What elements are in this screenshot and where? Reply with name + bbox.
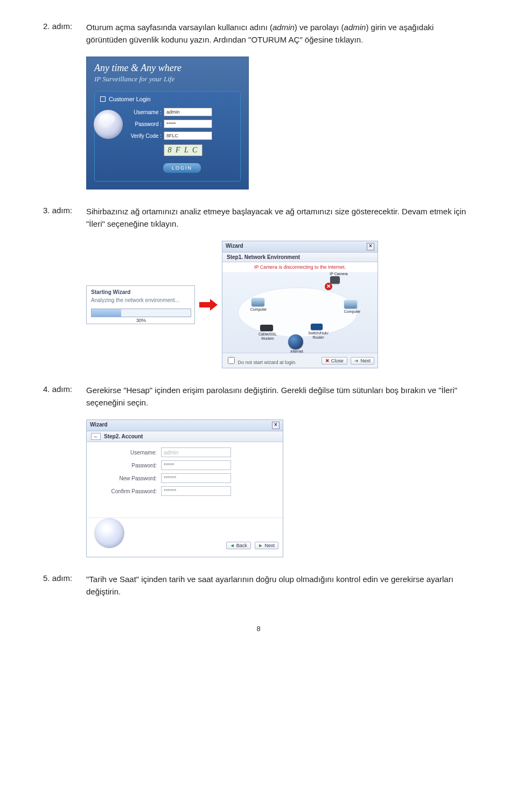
account-screenshot: Wizard × ← Step2. Account Username: Pass… [86, 419, 474, 557]
ip-camera-icon [330, 276, 340, 284]
back-button[interactable]: ◄Back [226, 542, 251, 549]
env-title: Wizard [226, 243, 243, 250]
account-row-password: Password: [92, 460, 277, 470]
error-x-icon: ✕ [325, 283, 332, 290]
step-2-text: Oturum açma sayfasında varsayılan kullan… [86, 22, 474, 46]
step-5-text: "Tarih ve Saat" içinden tarih ve saat ay… [86, 573, 474, 598]
account-next-button-label: Next [264, 543, 275, 548]
do-not-start-input[interactable] [228, 357, 235, 364]
step-2-admin1: admin [273, 23, 295, 32]
arrow-icon [199, 299, 218, 311]
step-4: 4. adım: Gerekirse "Hesap" içinden erişi… [43, 384, 474, 409]
starting-wizard-panel: Starting Wizard Analyzing the network en… [86, 285, 195, 324]
login-button[interactable]: LOGIN [163, 163, 201, 173]
network-diagram: ✕ IP Camera Computer Computer Cable/DSL … [222, 272, 378, 353]
account-username-input [161, 447, 231, 457]
login-row-verify: Verify Code : [129, 131, 235, 140]
account-row-confirm: Confirm Password: [92, 486, 277, 496]
password-input[interactable] [164, 120, 212, 128]
modem-icon [260, 325, 273, 331]
account-avatar-icon [94, 518, 124, 548]
password-label: Password : [129, 121, 162, 127]
step-2-text-part2: ) ve parolayı ( [295, 23, 344, 32]
step-4-label: 4. adım: [43, 384, 86, 394]
login-row-username: Username : [129, 108, 235, 116]
cloud-shape [239, 288, 357, 337]
account-next-button[interactable]: ►Next [255, 542, 278, 549]
step-3-text: Sihirbazınız ağ ortamınızı analiz etmeye… [86, 206, 474, 230]
back-arrow-icon[interactable]: ← [91, 433, 101, 440]
account-next-icon: ► [258, 543, 263, 548]
env-step-label: Step1. Network Environment [222, 253, 378, 262]
account-confirm-input[interactable] [161, 486, 231, 496]
account-buttons: ◄Back ►Next [224, 542, 278, 554]
username-input[interactable] [164, 108, 212, 116]
account-titlebar: Wizard × [87, 420, 283, 431]
next-btn-icon: ➔ [354, 358, 359, 363]
verify-input[interactable] [164, 131, 212, 140]
step-2-label: 2. adım: [43, 22, 86, 31]
close-button[interactable]: ✖Close [322, 357, 347, 365]
verify-label: Verify Code : [129, 133, 162, 139]
account-row-newpass: New Password: [92, 473, 277, 483]
progress-percent: 30% [92, 317, 191, 324]
account-body: Username: Password: New Password: Confir… [87, 442, 283, 496]
modem-label: Cable/DSL Modem [255, 332, 281, 341]
progress-fill [92, 309, 121, 317]
step-3: 3. adım: Sihirbazınız ağ ortamınızı anal… [43, 206, 474, 230]
page-number: 8 [43, 625, 474, 633]
account-username-label: Username: [92, 450, 157, 456]
avatar-icon [94, 110, 123, 139]
next-button-label: Next [360, 358, 371, 363]
login-box: Customer Login Username : Password : Ver… [94, 91, 241, 181]
analyzing-text: Analyzing the network environment... [91, 297, 190, 303]
account-confirm-label: Confirm Password: [92, 488, 157, 494]
wizard-screenshots: Starting Wizard Analyzing the network en… [86, 241, 474, 368]
step-2: 2. adım: Oturum açma sayfasında varsayıl… [43, 22, 474, 46]
close-icon[interactable]: × [367, 243, 374, 250]
env-titlebar: Wizard × [222, 241, 378, 253]
close-btn-icon: ✖ [325, 358, 330, 363]
env-buttons: ✖Close ➔Next [319, 357, 374, 365]
internet-globe-icon [288, 334, 303, 349]
captcha-image: 8 F L C [164, 144, 202, 156]
back-icon: ◄ [230, 543, 235, 548]
network-env-panel: Wizard × Step1. Network Environment IP C… [222, 241, 378, 368]
login-title-2: IP Surveillance for your Life [94, 75, 241, 83]
customer-login-label: Customer Login [109, 96, 151, 102]
ip-camera-label: IP Camera [328, 272, 350, 276]
computer-left-icon [251, 298, 264, 306]
login-screenshot: Any time & Any where IP Surveillance for… [86, 57, 474, 190]
back-button-label: Back [236, 543, 247, 548]
account-panel: Wizard × ← Step2. Account Username: Pass… [86, 419, 283, 557]
step-5: 5. adım: "Tarih ve Saat" içinden tarih v… [43, 573, 474, 598]
internet-label: Internet [286, 349, 308, 353]
svg-marker-0 [199, 299, 218, 311]
account-lower: ◄Back ►Next [87, 517, 283, 557]
username-label: Username : [129, 109, 162, 115]
account-password-label: Password: [92, 463, 157, 468]
account-newpass-input[interactable] [161, 473, 231, 483]
do-not-start-checkbox[interactable]: Do not start wizard at login. [226, 355, 297, 366]
router-label: Switch/Hub/ Router [305, 331, 331, 340]
step-2-admin2: admin [344, 23, 366, 32]
login-panel: Any time & Any where IP Surveillance for… [86, 57, 249, 190]
next-button[interactable]: ➔Next [351, 357, 374, 365]
account-step-label: Step2. Account [104, 433, 143, 439]
login-title-1: Any time & Any where [94, 62, 241, 74]
progress-bar: 30% [91, 309, 191, 317]
do-not-start-label: Do not start wizard at login. [238, 360, 297, 365]
starting-wizard-title: Starting Wizard [91, 289, 190, 295]
step-4-text: Gerekirse "Hesap" içinden erişim parolas… [86, 384, 474, 409]
account-close-icon[interactable]: × [272, 422, 280, 429]
computer-right-icon [344, 300, 357, 309]
account-password-input[interactable] [161, 460, 231, 470]
computer-right-label: Computer [343, 310, 361, 314]
router-icon [311, 324, 323, 330]
step-3-label: 3. adım: [43, 206, 86, 215]
step-5-label: 5. adım: [43, 573, 86, 583]
env-warning-text: IP Camera is disconnecting to the Intern… [222, 262, 378, 272]
customer-login-icon [100, 96, 106, 102]
account-title: Wizard [90, 422, 108, 429]
step-2-text-part1: Oturum açma sayfasında varsayılan kullan… [86, 23, 273, 32]
